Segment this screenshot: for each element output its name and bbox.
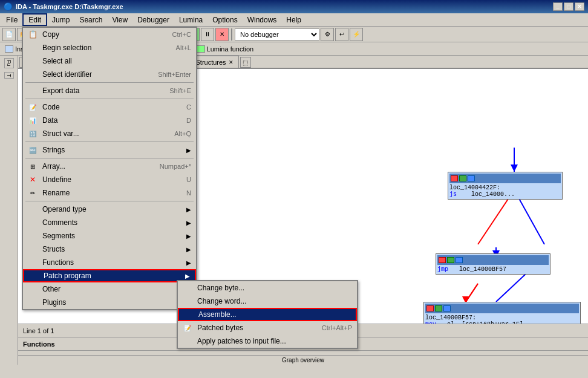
structures-icon: 🔤 xyxy=(186,59,193,65)
separator1 xyxy=(47,28,48,41)
graph-overview-label: Graph overview xyxy=(18,355,588,365)
tool4[interactable]: 🔷 xyxy=(94,28,108,41)
close-button[interactable]: ✕ xyxy=(575,2,584,11)
structures-label: Structures xyxy=(195,59,226,66)
asm-line-label1: loc_14004422F: xyxy=(449,184,561,191)
block3-icon3 xyxy=(443,305,451,311)
menu-edit[interactable]: Edit xyxy=(22,13,47,26)
tab-close-left[interactable]: ✕ xyxy=(19,57,30,68)
debug-btn3[interactable]: ⚡ xyxy=(350,28,363,41)
bottom-panel: Line 1 of 1 xyxy=(18,324,588,337)
graph-overview-text: Graph overview xyxy=(282,357,324,363)
asm-block-3-code: loc_14000BF57: mov cl, [rsp+168h+var_1E]… xyxy=(425,314,579,324)
hex-view-icon: ⬚ xyxy=(113,59,118,65)
menu-help[interactable]: Help xyxy=(281,13,306,26)
minimize-button[interactable]: _ xyxy=(553,2,563,11)
toolbar: 📄 📂 💾 ◀ ● 🔶 🔷 ⊕ ⊕ ▶ ⬆ ↗ ▶ ⏸ ✕ No debugge… xyxy=(0,27,588,42)
tool3[interactable]: 🔶 xyxy=(80,28,93,41)
nav-forward[interactable]: ● xyxy=(65,28,79,41)
tool7[interactable]: ▶ xyxy=(138,28,151,41)
tool8[interactable]: ⬆ xyxy=(152,28,166,41)
window-controls[interactable]: _ □ ✕ xyxy=(553,2,584,11)
tab-toggle1[interactable]: ⬚ xyxy=(95,57,106,68)
menu-debugger[interactable]: Debugger xyxy=(132,13,174,26)
menu-jump[interactable]: Jump xyxy=(47,13,74,26)
tool5[interactable]: ⊕ xyxy=(109,28,122,41)
run-button[interactable]: ▶ xyxy=(186,28,200,41)
asm-line-label3: loc_14000BF57: xyxy=(425,314,579,321)
asm-block-1-code: loc_14004422F: js loc_14000... xyxy=(449,184,561,198)
structures-close[interactable]: ✕ xyxy=(229,59,234,65)
svg-line-10 xyxy=(466,284,478,302)
unexplored-label: Unexplored xyxy=(93,45,126,53)
legend-instruction: Instruction xyxy=(5,45,46,53)
tool6[interactable]: ⊕ xyxy=(123,28,137,41)
menu-windows[interactable]: Windows xyxy=(243,13,282,26)
menu-search[interactable]: Search xyxy=(74,13,107,26)
legend-external: External symbol xyxy=(132,45,190,53)
asm-block-3: loc_14000BF57: mov cl, [rsp+168h+var_1E]… xyxy=(423,302,581,324)
legend-data: Data xyxy=(52,45,76,53)
hex-view-label: Hex View-1 xyxy=(120,59,154,66)
title-text: IDA - Taskmgr.exe D:\Taskmgr.exe xyxy=(16,3,553,10)
t-tab-side[interactable]: T xyxy=(4,72,14,79)
lumina-label: Lumina function xyxy=(207,45,254,53)
legend-bar: Instruction Data Unexplored External sym… xyxy=(0,42,588,56)
instruction-label: Instruction xyxy=(15,45,46,53)
tab-structures[interactable]: 🔤 Structures ✕ xyxy=(180,56,238,68)
external-label: External symbol xyxy=(143,45,190,53)
new-button[interactable]: 📄 xyxy=(2,28,16,41)
asm-block-2: jmp loc_14000BF57 xyxy=(436,253,550,275)
ida-view-icon: 📋 xyxy=(38,59,45,65)
block-icon-img xyxy=(451,175,458,181)
stop-button[interactable]: ✕ xyxy=(215,28,229,41)
functions-tab-side[interactable]: Fu xyxy=(4,58,14,68)
external-color xyxy=(132,45,141,53)
pause-button[interactable]: ⏸ xyxy=(201,28,214,41)
tool9[interactable]: ↗ xyxy=(167,28,180,41)
menu-lumina[interactable]: Lumina xyxy=(174,13,207,26)
functions-text: Functions xyxy=(23,341,55,348)
block-icon-img3 xyxy=(468,175,475,181)
graph-area[interactable]: loc_14004422F: js loc_14000... jmp loc_1… xyxy=(18,69,588,324)
tab-bar: ✕ 📋 IDA View-A ✕ ⬚ ⬚ Hex View-1 ✕ ⬚ 🔤 St… xyxy=(18,56,588,69)
titlebar: 🔵 IDA - Taskmgr.exe D:\Taskmgr.exe _ □ ✕ xyxy=(0,0,588,13)
block2-icon3 xyxy=(456,257,463,263)
separator3 xyxy=(231,28,232,41)
nav-back[interactable]: ◀ xyxy=(51,28,64,41)
svg-line-2 xyxy=(466,284,478,302)
block3-icon1 xyxy=(426,305,434,311)
left-sidebar: Fu T xyxy=(0,56,18,365)
hex-view-close[interactable]: ✕ xyxy=(157,59,162,65)
open-button[interactable]: 📂 xyxy=(17,28,30,41)
tab-toggle2[interactable]: ⬚ xyxy=(168,57,179,68)
asm-line-1: js loc_14000... xyxy=(449,191,561,198)
tab-hex-view[interactable]: ⬚ Hex View-1 ✕ xyxy=(107,56,167,68)
maximize-button[interactable]: □ xyxy=(564,2,573,11)
tab-toggle3[interactable]: ⬚ xyxy=(240,57,251,68)
resize-handle[interactable] xyxy=(18,350,588,355)
save-button[interactable]: 💾 xyxy=(31,28,45,41)
legend-lumina: Lumina function xyxy=(197,45,254,53)
tab-ida-view[interactable]: 📋 IDA View-A ✕ xyxy=(33,56,94,68)
asm-block-2-code: jmp loc_14000BF57 xyxy=(437,266,549,273)
debug-btn2[interactable]: ↩ xyxy=(335,28,348,41)
block3-icon2 xyxy=(435,305,442,311)
unexplored-color xyxy=(82,45,91,53)
menu-options[interactable]: Options xyxy=(207,13,242,26)
content-area: loc_14004422F: js loc_14000... jmp loc_1… xyxy=(18,69,588,324)
ida-view-close[interactable]: ✕ xyxy=(83,59,88,65)
block2-icon1 xyxy=(439,257,446,263)
menu-view[interactable]: View xyxy=(107,13,132,26)
ida-view-label: IDA View-A xyxy=(48,59,81,66)
asm-line-mov: mov cl, [rsp+168h+var_1E] xyxy=(425,321,579,324)
svg-marker-7 xyxy=(511,165,518,172)
block-icon-img2 xyxy=(459,175,466,181)
menu-file[interactable]: File xyxy=(1,13,22,26)
menubar: File Edit Jump Search View Debugger Lumi… xyxy=(0,13,588,27)
legend-unexplored: Unexplored xyxy=(82,45,126,53)
data-label: Data xyxy=(62,45,76,53)
debugger-select[interactable]: No debugger xyxy=(235,28,319,41)
line-info: Line 1 of 1 xyxy=(23,327,54,334)
debug-btn1[interactable]: ⚙ xyxy=(321,28,334,41)
